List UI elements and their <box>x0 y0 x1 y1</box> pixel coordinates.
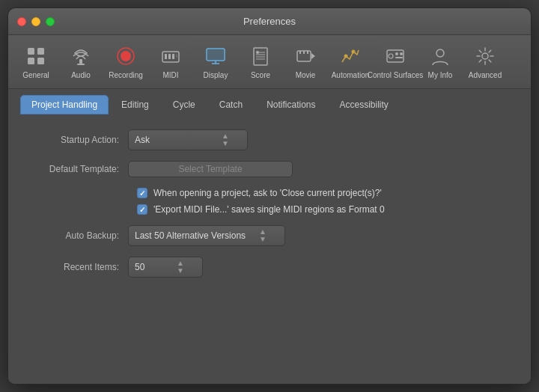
startup-action-arrows: ▲▼ <box>222 132 229 147</box>
preferences-window: Preferences General <box>7 7 532 385</box>
toolbar-recording[interactable]: Recording <box>104 39 147 85</box>
my-info-label: My Info <box>428 71 453 79</box>
toolbar-my-info[interactable]: My Info <box>418 39 462 85</box>
startup-action-select[interactable]: Ask ▲▼ <box>128 129 248 150</box>
startup-action-row: Startup Action: Ask ▲▼ <box>31 129 508 150</box>
toolbar-control-surfaces[interactable]: Control Surfaces <box>374 39 417 85</box>
auto-backup-value: Last 50 Alternative Versions <box>135 230 246 241</box>
svg-point-31 <box>389 54 393 58</box>
toolbar-audio[interactable]: Audio <box>59 39 103 85</box>
svg-rect-0 <box>28 48 34 55</box>
movie-label: Movie <box>296 71 316 79</box>
advanced-icon <box>473 44 497 68</box>
auto-backup-arrows: ▲▼ <box>259 228 267 243</box>
midi-label: MIDI <box>162 71 178 79</box>
advanced-label: Advanced <box>469 71 502 79</box>
auto-backup-label: Auto Backup: <box>31 230 128 241</box>
checkbox-export-midi[interactable]: ✓ <box>137 204 147 215</box>
score-label: Score <box>251 71 270 79</box>
svg-rect-4 <box>79 59 82 64</box>
startup-action-control: Ask ▲▼ <box>128 129 248 150</box>
audio-label: Audio <box>71 71 91 79</box>
display-label: Display <box>204 71 228 79</box>
svg-rect-9 <box>165 54 167 59</box>
tab-editing[interactable]: Editing <box>110 95 160 114</box>
svg-rect-30 <box>387 50 404 62</box>
checkbox-export-midi-row: ✓ 'Export MIDI File...' saves single MID… <box>137 204 508 215</box>
recording-label: Recording <box>109 71 143 79</box>
startup-action-value: Ask <box>135 135 150 145</box>
close-button[interactable] <box>17 17 26 26</box>
svg-rect-34 <box>395 57 403 58</box>
toolbar: General Audio Recording <box>8 35 531 89</box>
my-info-icon <box>428 44 452 68</box>
toolbar-general[interactable]: General <box>14 39 58 85</box>
svg-rect-12 <box>176 54 177 58</box>
toolbar-midi[interactable]: MIDI <box>149 39 192 85</box>
toolbar-score[interactable]: Score <box>239 39 282 85</box>
content-area: Project Handling Editing Cycle Catch Not… <box>8 89 531 384</box>
display-icon <box>204 44 228 68</box>
tab-cycle[interactable]: Cycle <box>162 95 207 114</box>
traffic-lights <box>17 17 55 26</box>
svg-rect-3 <box>37 58 44 64</box>
automation-icon <box>338 44 362 68</box>
svg-point-32 <box>395 52 398 55</box>
svg-rect-27 <box>307 51 308 54</box>
checkbox-close-project-label: When opening a project, ask to 'Close cu… <box>153 188 382 198</box>
recent-items-select[interactable]: 50 ▲▼ <box>128 257 203 278</box>
auto-backup-row: Auto Backup: Last 50 Alternative Version… <box>31 225 508 246</box>
tab-accessibility[interactable]: Accessibility <box>329 95 400 114</box>
svg-point-29 <box>352 50 356 54</box>
recent-items-label: Recent Items: <box>31 262 128 272</box>
midi-icon <box>159 44 183 68</box>
general-icon <box>24 44 48 68</box>
auto-backup-control: Last 50 Alternative Versions ▲▼ <box>128 225 285 246</box>
automation-label: Automation <box>332 71 370 79</box>
svg-point-22 <box>256 51 259 54</box>
default-template-row: Default Template: Select Template <box>31 161 508 177</box>
minimize-button[interactable] <box>31 17 40 26</box>
svg-rect-5 <box>77 64 85 65</box>
checkbox-close-project-row: ✓ When opening a project, ask to 'Close … <box>137 188 508 198</box>
recent-items-row: Recent Items: 50 ▲▼ <box>31 257 508 278</box>
toolbar-display[interactable]: Display <box>194 39 237 85</box>
svg-rect-2 <box>28 58 34 64</box>
startup-action-label: Startup Action: <box>31 135 128 145</box>
svg-point-35 <box>436 49 444 57</box>
default-template-label: Default Template: <box>31 164 128 174</box>
tab-content-project-handling: Startup Action: Ask ▲▼ Default Template:… <box>8 114 531 384</box>
toolbar-movie[interactable]: Movie <box>284 39 327 85</box>
surfaces-icon <box>383 44 407 68</box>
svg-rect-14 <box>207 49 225 61</box>
control-surfaces-label: Control Surfaces <box>368 71 423 79</box>
maximize-button[interactable] <box>46 17 55 26</box>
recent-items-control: 50 ▲▼ <box>128 257 203 278</box>
svg-point-36 <box>482 53 488 59</box>
svg-point-28 <box>344 55 348 58</box>
toolbar-advanced[interactable]: Advanced <box>463 39 507 85</box>
svg-point-7 <box>121 51 131 61</box>
checkbox-close-project[interactable]: ✓ <box>137 188 147 198</box>
recent-items-arrows: ▲▼ <box>177 260 184 275</box>
checkmark-2: ✓ <box>139 206 145 214</box>
window-title: Preferences <box>243 16 296 27</box>
recent-items-value: 50 <box>135 262 144 272</box>
tab-catch[interactable]: Catch <box>208 95 254 114</box>
checkmark-1: ✓ <box>139 189 145 197</box>
svg-rect-1 <box>37 48 44 55</box>
toolbar-automation[interactable]: Automation <box>329 39 372 85</box>
svg-point-33 <box>400 52 403 55</box>
default-template-control: Select Template <box>128 161 293 177</box>
tab-notifications[interactable]: Notifications <box>255 95 326 114</box>
tab-bar: Project Handling Editing Cycle Catch Not… <box>8 89 531 114</box>
auto-backup-select[interactable]: Last 50 Alternative Versions ▲▼ <box>128 225 285 246</box>
template-placeholder[interactable]: Select Template <box>128 161 293 177</box>
score-icon <box>249 44 272 68</box>
general-label: General <box>22 71 49 79</box>
tab-project-handling[interactable]: Project Handling <box>20 95 109 114</box>
recording-icon <box>114 44 138 68</box>
svg-rect-25 <box>299 51 301 54</box>
checkbox-export-midi-label: 'Export MIDI File...' saves single MIDI … <box>153 204 385 215</box>
svg-rect-11 <box>172 54 174 59</box>
